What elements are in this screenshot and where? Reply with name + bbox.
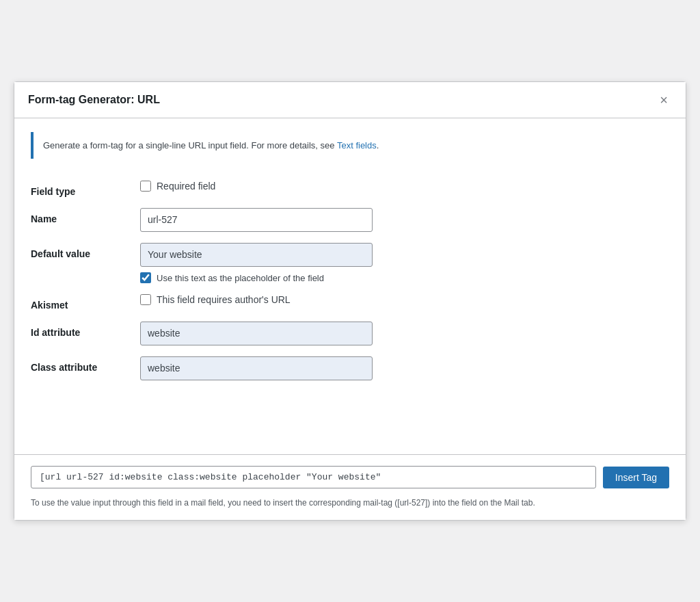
- name-label: Name: [31, 208, 140, 224]
- default-value-label: Default value: [31, 243, 140, 259]
- field-type-content: Required field: [140, 181, 669, 192]
- default-value-content: Use this text as the placeholder of the …: [140, 243, 669, 283]
- akismet-checkbox-label[interactable]: This field requires author's URL: [140, 294, 669, 305]
- akismet-content: This field requires author's URL: [140, 294, 669, 305]
- class-attribute-input[interactable]: [140, 356, 373, 380]
- placeholder-row: Use this text as the placeholder of the …: [140, 272, 669, 283]
- akismet-text: This field requires author's URL: [157, 294, 291, 305]
- footer-help-text: To use the value input through this fiel…: [31, 497, 669, 509]
- name-row: Name: [31, 202, 669, 237]
- id-attribute-content: [140, 322, 669, 345]
- required-field-label[interactable]: Required field: [140, 181, 669, 192]
- dialog-body: Generate a form-tag for a single-line UR…: [14, 118, 686, 400]
- form-rows: Field type Required field Name Default v…: [31, 175, 669, 386]
- tag-output-input[interactable]: [31, 466, 596, 488]
- class-attribute-row: Class attribute: [31, 351, 669, 386]
- name-input[interactable]: [140, 208, 373, 232]
- text-fields-link[interactable]: Text fields: [337, 140, 377, 150]
- field-type-row: Field type Required field: [31, 175, 669, 202]
- id-attribute-row: Id attribute: [31, 316, 669, 351]
- placeholder-label[interactable]: Use this text as the placeholder of the …: [157, 273, 324, 283]
- required-field-text: Required field: [157, 181, 215, 192]
- placeholder-checkbox[interactable]: [140, 272, 151, 283]
- id-attribute-input[interactable]: [140, 322, 373, 345]
- close-button[interactable]: ×: [656, 92, 672, 108]
- field-type-label: Field type: [31, 181, 140, 197]
- default-value-input[interactable]: [140, 243, 373, 267]
- default-value-row: Default value Use this text as the place…: [31, 237, 669, 289]
- insert-tag-button[interactable]: Insert Tag: [603, 467, 669, 488]
- class-attribute-content: [140, 356, 669, 380]
- spacer: [14, 400, 686, 454]
- required-field-checkbox[interactable]: [140, 181, 151, 192]
- id-attribute-label: Id attribute: [31, 322, 140, 338]
- akismet-row: Akismet This field requires author's URL: [31, 289, 669, 316]
- tag-output-row: Insert Tag: [31, 466, 669, 488]
- dialog-footer: Insert Tag To use the value input throug…: [14, 454, 686, 520]
- dialog-header: Form-tag Generator: URL ×: [14, 82, 686, 118]
- info-box: Generate a form-tag for a single-line UR…: [31, 132, 669, 159]
- class-attribute-label: Class attribute: [31, 356, 140, 373]
- name-content: [140, 208, 669, 232]
- akismet-checkbox[interactable]: [140, 294, 151, 305]
- akismet-label: Akismet: [31, 294, 140, 311]
- form-tag-generator-dialog: Form-tag Generator: URL × Generate a for…: [14, 81, 686, 521]
- info-text: Generate a form-tag for a single-line UR…: [43, 139, 379, 153]
- dialog-title: Form-tag Generator: URL: [28, 94, 160, 106]
